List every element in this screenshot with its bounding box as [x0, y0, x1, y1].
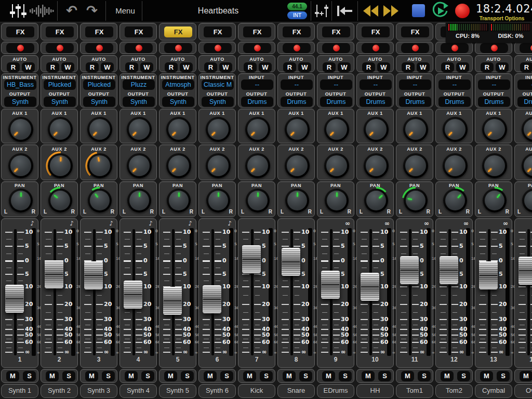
write-automation-button[interactable]: W	[496, 62, 509, 72]
read-automation-button[interactable]: R	[125, 62, 138, 72]
waveform-view-icon[interactable]	[29, 4, 54, 18]
fx-button[interactable]: FX	[125, 26, 153, 37]
read-automation-button[interactable]: R	[165, 62, 178, 72]
pan-knob[interactable]	[364, 189, 388, 212]
fx-button[interactable]: FX	[362, 26, 390, 37]
read-automation-button[interactable]: R	[244, 62, 257, 72]
fx-button[interactable]: FX	[85, 26, 113, 37]
mute-button[interactable]: M	[441, 371, 454, 381]
source-select[interactable]: --	[399, 79, 431, 90]
sample-rate-badge[interactable]: 44.1	[287, 3, 307, 10]
aux2-knob[interactable]	[127, 153, 152, 178]
write-automation-button[interactable]: W	[377, 62, 390, 72]
channel-name[interactable]: Over	[514, 384, 532, 398]
aux1-knob[interactable]	[482, 117, 507, 142]
solo-button[interactable]: S	[339, 371, 352, 381]
aux1-knob[interactable]	[403, 117, 428, 142]
aux2-knob[interactable]	[364, 153, 389, 178]
read-automation-button[interactable]: R	[402, 62, 415, 72]
output-select[interactable]: Synth	[162, 97, 194, 107]
aux2-knob[interactable]	[166, 153, 191, 178]
read-automation-button[interactable]: R	[46, 62, 59, 72]
aux2-knob[interactable]	[87, 153, 112, 178]
solo-button[interactable]: S	[62, 371, 75, 381]
record-arm-button[interactable]	[6, 43, 34, 53]
solo-button[interactable]: S	[378, 371, 391, 381]
aux1-knob[interactable]	[324, 117, 349, 142]
undo-button[interactable]: ↶	[63, 0, 81, 21]
write-automation-button[interactable]: W	[338, 62, 351, 72]
channel-name[interactable]: Synth 6	[198, 384, 236, 398]
write-automation-button[interactable]: W	[22, 62, 35, 72]
source-select[interactable]: --	[241, 79, 273, 90]
fx-button[interactable]: FX	[204, 26, 232, 37]
aux1-knob[interactable]	[87, 117, 112, 142]
fader-cap[interactable]	[479, 261, 498, 289]
record-arm-button[interactable]	[480, 43, 508, 53]
mute-button[interactable]: M	[125, 371, 138, 381]
output-select[interactable]: Drums	[399, 97, 431, 107]
source-select[interactable]: --	[320, 79, 352, 90]
record-arm-button[interactable]	[125, 43, 153, 53]
pan-knob[interactable]	[88, 189, 112, 212]
fader-cap[interactable]	[282, 248, 300, 276]
output-select[interactable]: Drums	[320, 97, 352, 107]
aux2-knob[interactable]	[324, 153, 349, 178]
aux1-knob[interactable]	[245, 117, 270, 142]
read-automation-button[interactable]: R	[520, 62, 532, 72]
mixer-view-icon[interactable]	[9, 3, 27, 19]
output-select[interactable]: Drums	[517, 97, 532, 107]
write-automation-button[interactable]: W	[298, 62, 311, 72]
source-select[interactable]: Plucked	[83, 79, 115, 90]
menu-button[interactable]: Menu	[108, 0, 142, 22]
fader-cap[interactable]	[400, 256, 419, 284]
solo-button[interactable]: S	[497, 371, 510, 381]
channel-name[interactable]: HH	[356, 384, 394, 398]
mute-button[interactable]: M	[204, 371, 217, 381]
fx-button[interactable]: FX	[322, 26, 350, 37]
record-arm-button[interactable]	[204, 43, 232, 53]
fader-track[interactable]	[409, 229, 411, 355]
source-select[interactable]: --	[478, 79, 510, 90]
source-select[interactable]: HB_Bass	[4, 79, 36, 90]
aux2-knob[interactable]	[403, 153, 428, 178]
output-select[interactable]: Synth	[202, 97, 234, 107]
fader-track[interactable]	[527, 229, 530, 355]
source-select[interactable]: Classic M	[202, 79, 234, 90]
fx-button[interactable]: FX	[243, 26, 271, 37]
read-automation-button[interactable]: R	[362, 62, 375, 72]
pan-knob[interactable]	[522, 189, 532, 212]
aux2-knob[interactable]	[522, 153, 532, 178]
read-automation-button[interactable]: R	[323, 62, 336, 72]
output-select[interactable]: Drums	[281, 97, 313, 107]
fader-cap[interactable]	[84, 261, 103, 289]
write-automation-button[interactable]: W	[219, 62, 232, 72]
fader-track[interactable]	[54, 229, 56, 355]
output-select[interactable]: Synth	[83, 97, 115, 107]
channel-name[interactable]: Cymbal	[475, 384, 512, 398]
channel-name[interactable]: EDrums	[317, 384, 354, 398]
pan-knob[interactable]	[404, 189, 428, 212]
source-select[interactable]: --	[438, 79, 471, 90]
fx-button[interactable]: FX	[401, 26, 429, 37]
write-automation-button[interactable]: W	[456, 62, 469, 72]
record-arm-button[interactable]	[322, 43, 350, 53]
source-select[interactable]: --	[360, 79, 392, 90]
channel-name[interactable]: Tom2	[435, 384, 473, 398]
record-arm-button[interactable]	[362, 43, 390, 53]
channel-name[interactable]: Synth 3	[80, 384, 117, 398]
rewind-button[interactable]	[362, 4, 379, 18]
aux1-knob[interactable]	[8, 117, 33, 142]
fader-cap[interactable]	[518, 257, 532, 285]
fader-cap[interactable]	[5, 285, 24, 313]
pan-knob[interactable]	[206, 189, 230, 212]
channel-name[interactable]: Kick	[238, 384, 275, 398]
record-arm-button[interactable]	[441, 43, 469, 53]
write-automation-button[interactable]: W	[259, 62, 272, 72]
aux1-knob[interactable]	[206, 117, 231, 142]
mute-button[interactable]: M	[480, 371, 493, 381]
read-automation-button[interactable]: R	[283, 62, 296, 72]
mute-button[interactable]: M	[85, 371, 98, 381]
mute-button[interactable]: M	[46, 371, 59, 381]
aux2-knob[interactable]	[482, 153, 507, 178]
